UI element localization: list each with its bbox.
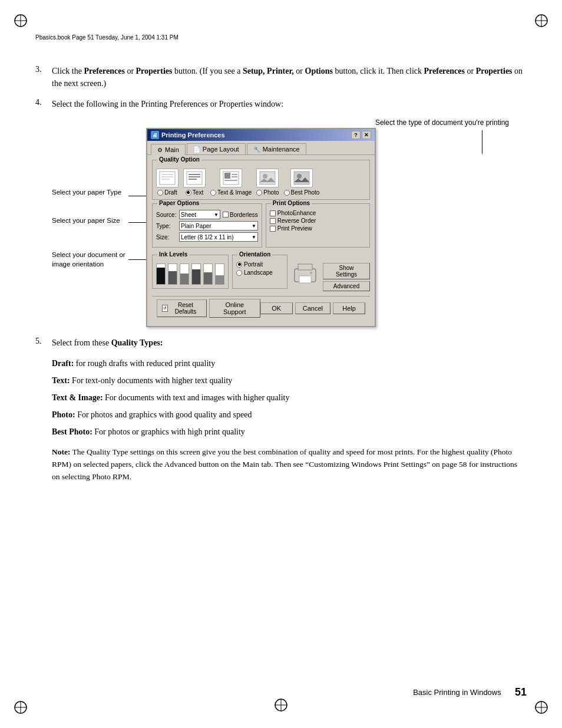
borderless-checkbox[interactable] <box>223 212 229 218</box>
reverse-order-checkbox[interactable] <box>270 218 276 224</box>
quality-draft[interactable]: Draft <box>156 169 178 196</box>
note-label: Note: <box>52 447 70 456</box>
tab-maintenance[interactable]: 🔧 Maintenance <box>247 143 306 154</box>
orientation-title: Orientation <box>237 251 272 258</box>
quality-text-radio-circle <box>186 190 191 196</box>
annotation-orient: Select your document or image orientatio… <box>52 251 128 269</box>
quality-text[interactable]: Text <box>183 169 206 196</box>
ok-button[interactable]: OK <box>260 302 293 314</box>
svg-rect-34 <box>299 276 311 283</box>
dialog-tabs: ⚙ Main 📄 Page Layout 🔧 Maintenance <box>147 141 375 155</box>
paper-source-value: Sheet <box>181 212 196 218</box>
annotation-paper-type: Select your paper Type <box>52 188 128 197</box>
ink-levels-title: Ink Levels <box>157 251 189 258</box>
ink-orient-row: Ink Levels <box>152 255 370 292</box>
step-5: 5. Select from these Quality Types: <box>35 337 527 349</box>
photoenhance-checkbox[interactable] <box>270 210 276 216</box>
help-titlebar-button[interactable]: ? <box>351 131 361 139</box>
ink-bars <box>156 263 224 285</box>
quality-text-image-radio[interactable]: Text & Image <box>210 189 252 196</box>
quality-option-group: Quality Option Draft <box>152 160 370 200</box>
ink-bar-c1 <box>168 263 177 285</box>
svg-rect-30 <box>294 172 309 185</box>
tab-main[interactable]: ⚙ Main <box>151 144 186 155</box>
page-footer: Basic Printing in Windows 51 <box>413 686 527 699</box>
paper-size-row: Size: Letter (8 1/2 x 11 in) ▼ <box>156 232 258 242</box>
reverse-order-label: Reverse Order <box>277 218 316 224</box>
paper-print-options-row: Paper Options Source: Sheet ▼ <box>152 203 370 251</box>
quality-photo-radio[interactable]: Photo <box>256 189 279 196</box>
quality-best-photo-radio-circle <box>284 190 290 196</box>
draft-bold: Draft: <box>52 359 74 368</box>
quality-draft-radio[interactable]: Draft <box>157 189 177 196</box>
corner-mark-br <box>533 699 550 716</box>
quality-best-photo-radio[interactable]: Best Photo <box>284 189 320 196</box>
paper-size-value: Letter (8 1/2 x 11 in) <box>181 234 234 241</box>
advanced-button[interactable]: Advanced <box>323 281 370 291</box>
print-option-print-preview: Print Preview <box>270 225 366 232</box>
quality-photo[interactable]: Photo <box>256 169 279 196</box>
print-option-photoenhance: PhotoEnhance <box>270 210 366 216</box>
quality-photo-img <box>256 169 279 187</box>
quality-text-radio[interactable]: Text <box>186 189 203 196</box>
reset-defaults-button[interactable]: ↺ Reset Defaults <box>157 299 207 317</box>
svg-rect-15 <box>160 172 175 185</box>
ink-bar-c1-fill <box>168 263 177 285</box>
text-image-desc: For documents with text and images with … <box>103 393 290 402</box>
quality-text-label: Text <box>193 189 203 196</box>
quality-draft-img <box>156 169 178 187</box>
best-photo-desc: For photos or graphics with high print q… <box>92 427 245 436</box>
online-support-button[interactable]: Online Support <box>209 299 260 318</box>
main-content: 3. Click the Preferences or Properties b… <box>35 65 527 483</box>
paper-options-title: Paper Options <box>157 200 201 206</box>
portrait-label: Portrait <box>244 261 263 268</box>
ink-bar-black <box>156 263 166 285</box>
svg-point-31 <box>297 174 302 179</box>
corner-mark-tr <box>533 12 550 29</box>
best-photo-bold: Best Photo: <box>52 427 92 436</box>
tab-page-layout[interactable]: 📄 Page Layout <box>187 143 246 154</box>
maintenance-tab-icon: 🔧 <box>253 146 260 153</box>
portrait-radio[interactable] <box>236 262 242 268</box>
landscape-radio[interactable] <box>236 270 242 276</box>
paper-type-select[interactable]: Plain Paper ▼ <box>179 221 258 230</box>
center-mark-bottom <box>272 696 290 716</box>
quality-type-text: Text: For text-only documents with highe… <box>52 374 527 387</box>
borderless-label: Borderless <box>230 212 258 218</box>
annotation-paper-type-line <box>128 196 146 196</box>
text-image-bold: Text & Image: <box>52 393 103 402</box>
ink-bar-c5-fill <box>215 263 224 285</box>
quality-text-image[interactable]: Text & Image <box>210 169 252 196</box>
orientation-landscape-row[interactable]: Landscape <box>236 269 283 276</box>
text-bold: Text: <box>52 376 70 385</box>
dialog-body: Quality Option Draft <box>147 155 375 326</box>
ink-bar-c5 <box>215 263 224 285</box>
paper-type-value: Plain Paper <box>181 223 211 229</box>
annotation-top-label: Select the type of document you're print… <box>52 118 527 127</box>
quality-draft-label: Draft <box>164 189 177 196</box>
print-preview-checkbox[interactable] <box>270 226 276 232</box>
source-dropdown-arrow: ▼ <box>214 212 219 218</box>
reset-doc-icon: ↺ <box>162 305 168 312</box>
annotation-paper-size: Select your paper Size <box>52 216 128 226</box>
orientation-group: Orientation Portrait Landscape <box>232 255 287 289</box>
dialog-footer: ↺ Reset Defaults Online Support OK Cance… <box>152 296 370 321</box>
quality-text-img <box>183 169 206 187</box>
orientation-portrait-row[interactable]: Portrait <box>236 261 283 268</box>
print-options-group: Print Options PhotoEnhance Reverse Order <box>266 203 370 248</box>
step-5-number: 5. <box>35 337 52 349</box>
note-text: The Quality Type settings on this screen… <box>52 447 517 481</box>
dialog-title: Printing Preferences <box>161 131 225 139</box>
quality-best-photo[interactable]: Best Photo <box>284 169 320 196</box>
close-titlebar-button[interactable]: ✕ <box>362 131 371 139</box>
help-button[interactable]: Help <box>333 302 365 314</box>
show-settings-button[interactable]: Show Settings <box>323 263 370 279</box>
footer-left-buttons: ↺ Reset Defaults Online Support <box>157 299 260 318</box>
svg-rect-19 <box>187 172 202 185</box>
cancel-button[interactable]: Cancel <box>295 302 330 314</box>
paper-source-select[interactable]: Sheet ▼ <box>179 210 220 219</box>
step-3-text: Click the Preferences or Properties butt… <box>52 65 527 90</box>
draft-desc: for rough drafts with reduced print qual… <box>74 359 215 368</box>
reset-defaults-label: Reset Defaults <box>170 302 201 315</box>
paper-size-select[interactable]: Letter (8 1/2 x 11 in) ▼ <box>179 232 258 242</box>
